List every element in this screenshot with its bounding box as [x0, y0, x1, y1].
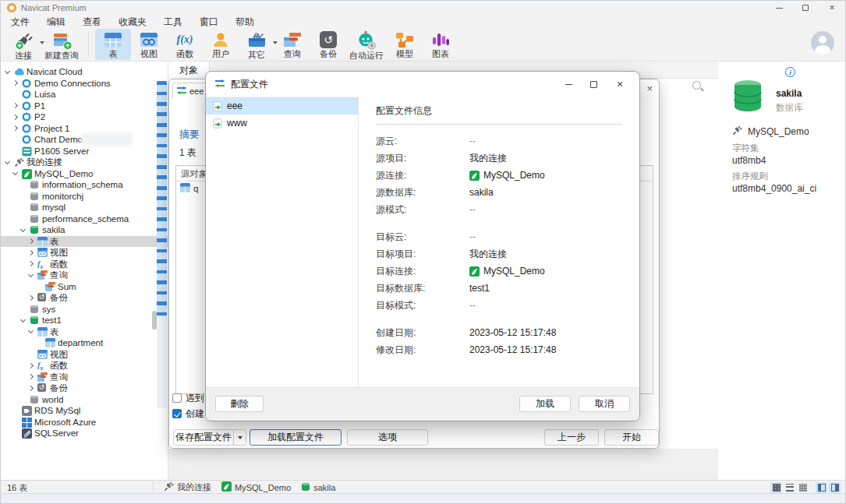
chevron-down-icon[interactable]: [28, 271, 34, 277]
restore-button[interactable]: [795, 2, 816, 13]
tree-item-表[interactable]: 表: [1, 236, 168, 248]
tree-item-Project 1[interactable]: Project 1: [1, 123, 168, 135]
checkbox-unchecked-icon[interactable]: [172, 393, 182, 403]
toolbar-函数[interactable]: f(x)函数: [167, 29, 203, 60]
tree-item-备份[interactable]: ↺备份: [1, 382, 168, 394]
chevron-right-icon[interactable]: [28, 249, 34, 255]
chevron-down-icon[interactable]: [28, 328, 34, 333]
checkbox-create-target[interactable]: 创建: [172, 408, 209, 419]
chevron-right-icon[interactable]: [12, 80, 18, 86]
menu-编辑[interactable]: 编辑: [38, 15, 74, 29]
chevron-right-icon[interactable]: [12, 103, 18, 108]
tree-item-performance_schema[interactable]: performance_schema: [1, 213, 168, 225]
tree-item-test1[interactable]: test1: [1, 315, 168, 326]
chevron-right-icon[interactable]: [28, 374, 34, 379]
checkbox-continue-on-error[interactable]: 遇到: [172, 393, 209, 404]
profile-item-eee[interactable]: eee: [206, 97, 358, 115]
toolbar-新建查询[interactable]: 新建查询: [41, 29, 82, 60]
tree-item-sys[interactable]: sys: [1, 304, 168, 315]
chevron-down-icon[interactable]: [20, 226, 26, 231]
start-button[interactable]: 开始: [604, 429, 659, 446]
tree-item-P1[interactable]: P1: [1, 100, 168, 112]
save-profile-caret[interactable]: [233, 429, 246, 446]
toolbar-视图[interactable]: 视图: [131, 29, 167, 60]
save-profile-button[interactable]: 保存配置文件: [173, 429, 234, 446]
menu-帮助[interactable]: 帮助: [227, 15, 263, 29]
tree-item-Demo Connections[interactable]: Demo Connections: [1, 78, 168, 90]
chevron-right-icon[interactable]: [28, 294, 34, 300]
tree-item-RDS MySql[interactable]: RDS MySql: [1, 405, 168, 417]
tree-item-monitorchj[interactable]: monitorchj: [1, 191, 168, 203]
toolbar-连接[interactable]: 连接: [5, 29, 41, 60]
chevron-right-icon[interactable]: [12, 125, 18, 131]
minimize-button[interactable]: [769, 2, 789, 13]
menu-收藏夹[interactable]: 收藏夹: [110, 15, 155, 29]
tree-item-Navicat Cloud[interactable]: Navicat Cloud: [1, 66, 168, 78]
menu-工具[interactable]: 工具: [155, 15, 191, 29]
tree-item-mysql[interactable]: mysql: [1, 202, 168, 213]
chevron-down-icon[interactable]: [12, 170, 18, 175]
tree-scrollbar-track[interactable]: [157, 81, 167, 408]
info-icon[interactable]: i: [785, 67, 795, 77]
transfer-tab[interactable]: eee - 数: [172, 83, 208, 99]
tree-item-表[interactable]: 表: [1, 326, 168, 338]
checkbox-checked-icon[interactable]: [172, 409, 182, 418]
toggle-left-panel-icon[interactable]: [816, 482, 827, 493]
tree-item-world[interactable]: world: [1, 394, 168, 406]
dialog-maximize-button[interactable]: [582, 76, 605, 92]
menu-文件[interactable]: 文件: [2, 15, 38, 29]
close-button[interactable]: ×: [822, 2, 842, 13]
tree-item-查询[interactable]: 查询: [1, 270, 168, 281]
user-avatar[interactable]: [811, 31, 834, 55]
splitter-handle[interactable]: [152, 311, 157, 330]
tab-objects[interactable]: 对象: [168, 62, 210, 79]
tree-item-P1605 Server[interactable]: P1605 Server: [1, 146, 168, 157]
chevron-right-icon[interactable]: [28, 385, 34, 390]
chevron-down-icon[interactable]: [5, 68, 10, 73]
chevron-down-icon[interactable]: [5, 158, 10, 164]
tree-item-函数[interactable]: fx函数: [1, 259, 168, 270]
toolbar-模型[interactable]: 模型: [387, 29, 423, 60]
toolbar-图表[interactable]: 图表: [423, 29, 458, 60]
dialog-minimize-button[interactable]: [557, 76, 580, 92]
menu-窗口[interactable]: 窗口: [191, 15, 227, 29]
previous-step-button[interactable]: 上一步: [544, 429, 599, 446]
dialog-close-icon[interactable]: ×: [608, 76, 632, 92]
chevron-right-icon[interactable]: [28, 261, 34, 266]
profile-item-www[interactable]: www: [206, 115, 358, 132]
list-view-icon[interactable]: [784, 482, 795, 493]
toolbar-其它[interactable]: 其它: [239, 29, 274, 60]
detail-view-icon[interactable]: [797, 482, 809, 493]
tree-item-SQLServer[interactable]: SQLServer: [1, 428, 168, 439]
tree-item-MySQL_Demo[interactable]: MySQL_Demo: [1, 168, 168, 180]
tree-item-视图[interactable]: 视图: [1, 349, 168, 361]
tree-item-查询[interactable]: 查询: [1, 372, 168, 383]
toolbar-表[interactable]: 表: [95, 29, 131, 60]
toolbar-备份[interactable]: ↺备份: [310, 29, 346, 60]
tree-item-department[interactable]: department: [1, 337, 168, 349]
tree-item-Microsoft Azure[interactable]: Microsoft Azure: [1, 417, 168, 428]
chevron-right-icon[interactable]: [28, 362, 34, 368]
tree-item-备份[interactable]: ↺备份: [1, 292, 168, 304]
toolbar-自动运行[interactable]: 自动运行: [346, 29, 387, 60]
tree-item-sakila[interactable]: sakila: [1, 224, 168, 236]
load-button[interactable]: 加载: [519, 396, 571, 412]
chevron-down-icon[interactable]: [20, 316, 26, 322]
search-icon[interactable]: [692, 81, 701, 90]
tree-item-我的连接[interactable]: 我的连接: [1, 157, 168, 168]
load-profile-button[interactable]: 加载配置文件: [250, 429, 342, 446]
cancel-button[interactable]: 取消: [579, 396, 630, 412]
menu-查看[interactable]: 查看: [74, 15, 110, 29]
chevron-right-icon[interactable]: [12, 114, 18, 119]
tree-item-函数[interactable]: fx函数: [1, 360, 168, 372]
toolbar-用户[interactable]: 用户: [203, 29, 239, 60]
tree-item-视图[interactable]: 视图: [1, 247, 168, 259]
tree-item-Sum[interactable]: Sum: [1, 281, 168, 293]
delete-button[interactable]: 删除: [215, 396, 264, 412]
chevron-right-icon[interactable]: [28, 238, 34, 244]
options-button[interactable]: 选项: [347, 429, 428, 446]
tree-scrollbar-thumb[interactable]: [157, 81, 167, 316]
transfer-close-icon[interactable]: ×: [646, 83, 653, 94]
tree-item-Luisa[interactable]: Luisa: [1, 89, 168, 100]
grid-view-icon[interactable]: [770, 482, 782, 493]
